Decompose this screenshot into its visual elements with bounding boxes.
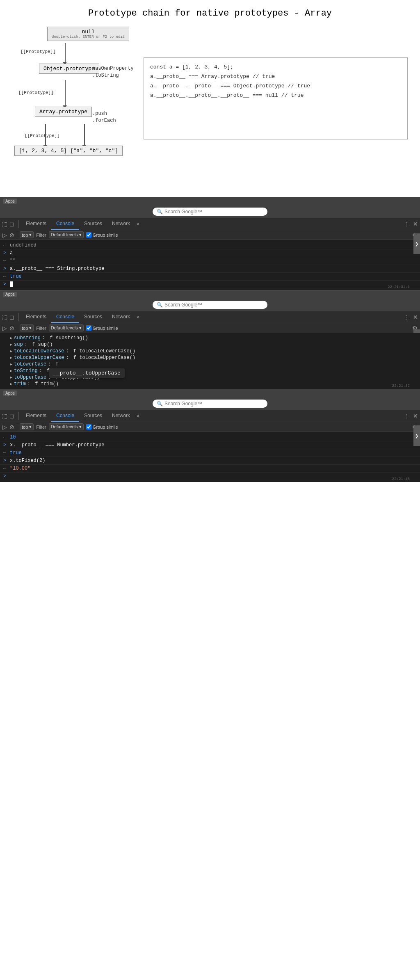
colon-trim: :: [27, 381, 33, 387]
timestamp-2: 22:21:32: [392, 384, 410, 388]
tab-network-3[interactable]: Network: [107, 410, 135, 422]
group-similar-input-1[interactable]: [86, 232, 91, 238]
val-toLowerCase: f: [56, 361, 59, 367]
play-icon-2[interactable]: ▷: [2, 325, 7, 331]
tree-arrow-substring[interactable]: ▶: [10, 336, 12, 340]
tree-arrow-toLowerCase[interactable]: ▶: [10, 362, 12, 367]
tree-arrow-toString[interactable]: ▶: [10, 368, 12, 373]
tab-console-2[interactable]: Console: [51, 311, 79, 323]
close-icon-2[interactable]: ✕: [413, 314, 418, 320]
tab-overflow-2[interactable]: »: [137, 314, 139, 320]
chevron-down-icon-1: ▾: [29, 232, 32, 238]
cursor-icon-3[interactable]: ⬚: [2, 413, 7, 419]
level-chevron-1: ▾: [79, 232, 82, 237]
console-line-tofixed: > x.toFixed(2): [0, 457, 420, 465]
expand-btn-1[interactable]: ❯: [413, 233, 420, 254]
tab-bar-1: ⬚ ◻ Elements Console Sources Network » ⋮…: [0, 218, 420, 230]
console-line-empty-string: ← "": [0, 257, 420, 265]
prompt-proto: >: [3, 266, 8, 272]
more-vert-icon-3[interactable]: ⋮: [404, 413, 410, 419]
close-icon-3[interactable]: ✕: [413, 413, 418, 419]
prompt-true-3: ←: [3, 450, 8, 456]
text-true-1: true: [10, 274, 417, 279]
prompt-undefined: ←: [3, 242, 8, 248]
tab-actions-1: ⋮ ✕: [404, 221, 418, 227]
group-similar-checkbox-1[interactable]: Group simile: [86, 232, 118, 238]
expand-btn-3[interactable]: ❯: [413, 425, 420, 446]
tab-overflow-1[interactable]: »: [137, 221, 139, 227]
cursor-icon-2[interactable]: ⬚: [2, 314, 7, 320]
more-vert-icon-1[interactable]: ⋮: [404, 221, 410, 227]
node-array-label: Array.prototype: [39, 109, 87, 115]
node-object-proto[interactable]: Object.prototype: [39, 64, 99, 74]
tostring-label: .toString: [92, 73, 119, 78]
context-select-3[interactable]: top ▾: [20, 423, 34, 430]
block-icon-1[interactable]: ⊘: [9, 232, 14, 238]
block-icon-3[interactable]: ⊘: [9, 424, 14, 430]
group-similar-input-3[interactable]: [86, 424, 91, 429]
tree-arrow-toLocaleLowerCase[interactable]: ▶: [10, 349, 12, 354]
level-chevron-3: ▾: [79, 424, 82, 429]
cursor-icon-1[interactable]: ⬚: [2, 221, 7, 227]
prop-toLocaleUpperCase: toLocaleUpperCase: [14, 355, 64, 361]
tab-elements-1[interactable]: Elements: [21, 218, 51, 230]
node-array-proto[interactable]: Array.prototype: [35, 107, 92, 117]
search-bar-1[interactable]: 🔍: [153, 208, 267, 216]
tab-overflow-3[interactable]: »: [137, 413, 139, 419]
console-line-cursor[interactable]: >: [0, 281, 420, 288]
code-line-2: a.__proto__ === Array.prototype // true: [150, 73, 401, 80]
level-label-1: Default levels: [51, 232, 78, 237]
tab-sources-2[interactable]: Sources: [79, 311, 107, 323]
search-row-1: 🔍 ❯: [0, 205, 420, 218]
tree-arrow-toUpperCase[interactable]: ▶: [10, 375, 12, 380]
colon-toLowerCase: :: [48, 361, 54, 367]
level-select-1[interactable]: Default levels ▾: [49, 231, 84, 238]
node-null[interactable]: null double-click, ENTER or F2 to edit: [47, 27, 129, 41]
toolbar-sep-2: [17, 325, 17, 331]
search-input-3[interactable]: [164, 401, 263, 407]
close-icon-1[interactable]: ✕: [413, 221, 418, 227]
node-arr2: ["a", "b", "c"]: [66, 146, 123, 156]
context-select-1[interactable]: top ▾: [20, 231, 34, 238]
group-similar-label-3: Group simile: [93, 425, 118, 429]
play-icon-3[interactable]: ▷: [2, 424, 7, 430]
tab-elements-3[interactable]: Elements: [21, 410, 51, 422]
devtools-panel-3: Apps 🔍 ❯ ⬚ ◻ Elements Console Sources Ne…: [0, 389, 420, 482]
devtools-panel-1: Apps 🔍 ❯ ⬚ ◻ Elements Console Sources Ne…: [0, 197, 420, 290]
inspect-icon-1[interactable]: ◻: [9, 221, 14, 227]
tab-network-1[interactable]: Network: [107, 218, 135, 230]
timestamp-1: 22:21:31.1: [388, 285, 410, 289]
block-icon-2[interactable]: ⊘: [9, 325, 14, 331]
filter-label-1: Filter: [36, 233, 46, 238]
console-toolbar-1: ▷ ⊘ top ▾ Filter Default levels ▾ Group …: [0, 230, 420, 240]
level-select-2[interactable]: Default levels ▾: [49, 324, 84, 331]
tab-network-2[interactable]: Network: [107, 311, 135, 323]
tab-sep-3: [18, 412, 19, 420]
toolbar-sep-3: [17, 424, 17, 430]
search-input-1[interactable]: [164, 209, 263, 215]
group-similar-input-2[interactable]: [86, 325, 91, 331]
search-bar-2[interactable]: 🔍: [153, 301, 267, 309]
search-input-2[interactable]: [164, 302, 263, 308]
group-similar-checkbox-2[interactable]: Group simile: [86, 325, 118, 331]
tab-elements-2[interactable]: Elements: [21, 311, 51, 323]
context-select-2[interactable]: top ▾: [20, 324, 34, 331]
arrow-array-arr1: [45, 124, 46, 146]
level-select-3[interactable]: Default levels ▾: [49, 423, 84, 430]
tree-arrow-toLocaleUpperCase[interactable]: ▶: [10, 355, 12, 360]
console-line-true-1: ← true: [0, 273, 420, 281]
inspect-icon-2[interactable]: ◻: [9, 314, 14, 320]
tab-sources-1[interactable]: Sources: [79, 218, 107, 230]
group-similar-checkbox-3[interactable]: Group simile: [86, 424, 118, 429]
arrow-object-array: [65, 80, 66, 107]
tree-arrow-trim[interactable]: ▶: [10, 381, 12, 386]
more-vert-icon-2[interactable]: ⋮: [404, 314, 410, 320]
tab-sources-3[interactable]: Sources: [79, 410, 107, 422]
inspect-icon-3[interactable]: ◻: [9, 413, 14, 419]
search-bar-3[interactable]: 🔍: [153, 400, 267, 408]
tab-console-3[interactable]: Console: [51, 410, 79, 422]
tree-arrow-sup[interactable]: ▶: [10, 342, 12, 347]
play-icon-1[interactable]: ▷: [2, 232, 7, 238]
tab-console-1[interactable]: Console: [51, 218, 79, 230]
console-line-empty-3[interactable]: >: [0, 473, 420, 480]
